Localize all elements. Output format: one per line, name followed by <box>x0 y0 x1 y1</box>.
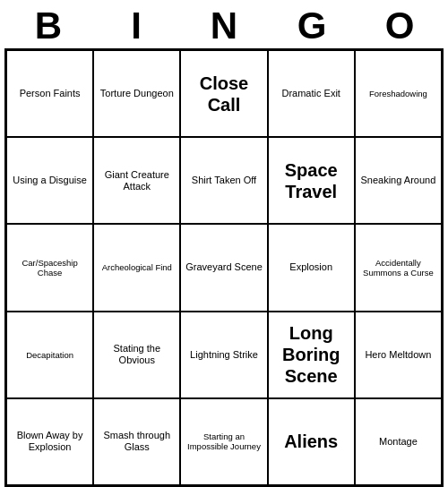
bingo-cell-16[interactable]: Stating the Obvious <box>93 312 180 398</box>
letter-b: B <box>9 7 88 45</box>
bingo-cell-9[interactable]: Sneaking Around <box>355 137 442 224</box>
bingo-cell-24[interactable]: Montage <box>355 398 442 485</box>
letter-g: G <box>272 7 351 45</box>
letter-o: O <box>360 7 439 45</box>
bingo-cell-14[interactable]: Accidentally Summons a Curse <box>355 224 442 311</box>
bingo-cell-2[interactable]: Close Call <box>180 50 267 137</box>
bingo-cell-7[interactable]: Shirt Taken Off <box>180 137 267 224</box>
bingo-cell-0[interactable]: Person Faints <box>6 50 93 137</box>
bingo-cell-1[interactable]: Torture Dungeon <box>93 50 180 137</box>
bingo-cell-20[interactable]: Blown Away by Explosion <box>6 398 93 485</box>
bingo-cell-3[interactable]: Dramatic Exit <box>268 50 355 137</box>
bingo-cell-17[interactable]: Lightning Strike <box>180 312 267 398</box>
bingo-cell-5[interactable]: Using a Disguise <box>6 137 93 224</box>
bingo-cell-19[interactable]: Hero Meltdown <box>355 312 442 398</box>
letter-n: N <box>185 7 263 45</box>
bingo-cell-8[interactable]: Space Travel <box>268 137 355 224</box>
bingo-cell-6[interactable]: Giant Creature Attack <box>93 137 180 224</box>
bingo-cell-13[interactable]: Explosion <box>268 224 355 311</box>
bingo-cell-22[interactable]: Starting an Impossible Journey <box>180 398 267 485</box>
letter-i: I <box>97 7 176 45</box>
bingo-cell-21[interactable]: Smash through Glass <box>93 398 180 485</box>
bingo-cell-10[interactable]: Car/Spaceship Chase <box>6 224 93 311</box>
bingo-cell-12[interactable]: Graveyard Scene <box>180 224 267 311</box>
bingo-cell-4[interactable]: Foreshadowing <box>355 50 442 137</box>
bingo-cell-11[interactable]: Archeological Find <box>93 224 180 311</box>
bingo-cell-15[interactable]: Decapitation <box>6 312 93 398</box>
bingo-cell-23[interactable]: Aliens <box>268 398 355 485</box>
bingo-cell-18[interactable]: Long Boring Scene <box>268 312 355 398</box>
bingo-grid: Person FaintsTorture DungeonClose CallDr… <box>4 48 444 487</box>
bingo-header: B I N G O <box>4 0 444 48</box>
